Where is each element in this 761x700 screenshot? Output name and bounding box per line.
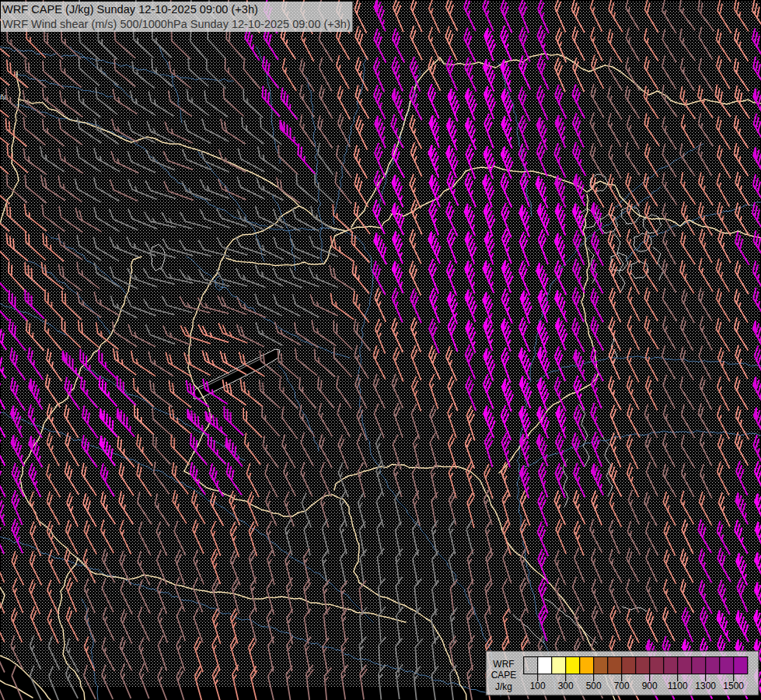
svg-text:J/kg: J/kg — [495, 681, 512, 692]
svg-text:100: 100 — [530, 681, 546, 691]
svg-text:WRF Wind shear (m/s) 500/1000h: WRF Wind shear (m/s) 500/1000hPa Sunday … — [2, 18, 351, 30]
svg-text:WRF: WRF — [493, 659, 514, 670]
svg-text:700: 700 — [614, 681, 630, 691]
svg-text:1100: 1100 — [668, 681, 688, 691]
svg-text:WRF CAPE (J/kg) Sunday 12-10-2: WRF CAPE (J/kg) Sunday 12-10-2025 09:00 … — [2, 3, 258, 16]
svg-text:CAPE: CAPE — [491, 670, 517, 681]
svg-text:300: 300 — [558, 681, 574, 691]
svg-text:900: 900 — [642, 681, 658, 691]
svg-text:1300: 1300 — [695, 681, 716, 691]
svg-text:500: 500 — [586, 681, 602, 691]
svg-text:1500: 1500 — [723, 681, 744, 691]
